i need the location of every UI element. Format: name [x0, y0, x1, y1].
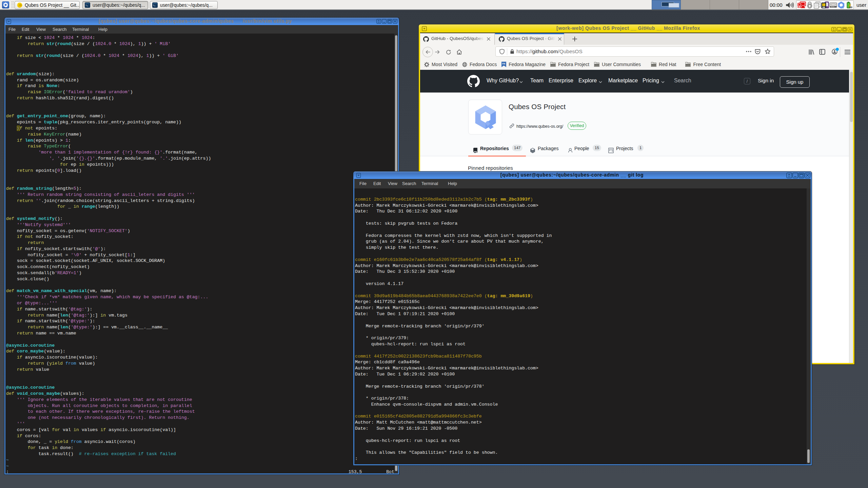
svg-text:FM: FM — [502, 63, 505, 65]
svg-text:00: 00 — [850, 6, 852, 8]
